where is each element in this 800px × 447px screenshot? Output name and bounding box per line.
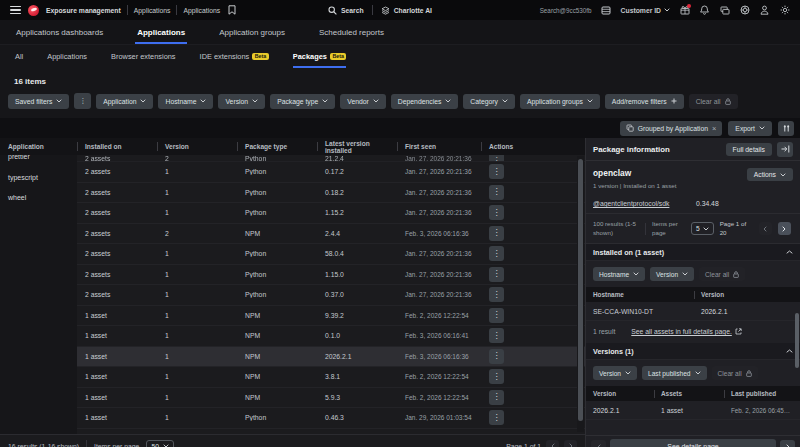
table-row[interactable]: n8n 2 assets 2 NPM 2.4.4 Feb. 3, 2026 06… (0, 224, 585, 245)
global-search[interactable]: Search (328, 6, 364, 15)
clear-all-button[interactable]: Clear all (689, 94, 738, 109)
column-header-hostname[interactable]: Hostname (586, 287, 694, 302)
export-button[interactable]: Export (728, 121, 772, 136)
user-icon[interactable] (759, 5, 770, 16)
installed-on-section-header[interactable]: Installed on (1 asset) (586, 244, 800, 261)
installed-on-link[interactable]: 2 assets (85, 271, 110, 278)
subtab-ide-extensions[interactable]: IDE extensionsBeta (200, 45, 269, 68)
hostname-link[interactable]: SE-CCA-WIN10-DT (593, 308, 653, 315)
subtab-packages[interactable]: PackagesBeta (293, 45, 347, 68)
column-header-last-published[interactable]: Last published (724, 386, 800, 401)
column-header-application[interactable]: Application (0, 138, 77, 155)
installed-on-link[interactable]: 2 assets (85, 189, 110, 196)
versions-clear-all-button[interactable]: Clear all (712, 366, 758, 380)
grouped-by-chip[interactable]: Grouped by Application × (620, 121, 723, 136)
saved-filters-button[interactable]: Saved filters (8, 94, 69, 109)
column-header-first-seen[interactable]: First seen (397, 138, 481, 155)
versions-section-header[interactable]: Versions (1) (586, 343, 800, 360)
row-actions-button[interactable]: ⋮ (489, 185, 504, 200)
row-actions-button[interactable]: ⋮ (489, 226, 504, 241)
gift-icon[interactable] (679, 5, 690, 16)
bell-icon[interactable] (699, 5, 710, 16)
version-link[interactable]: 1 (165, 353, 169, 360)
filter-chip[interactable]: Category (463, 94, 515, 109)
collapse-panel-button[interactable] (777, 142, 793, 157)
table-row[interactable]: wheel 1 asset 1 Python 0.46.3 Jan. 29, 2… (0, 408, 585, 429)
subtab-browser-extensions[interactable]: Browser extensions (111, 45, 176, 68)
see-details-page-button[interactable]: See details page (610, 439, 776, 447)
version-link[interactable]: 1 (165, 209, 169, 216)
tab-application-groups[interactable]: Application groups (217, 20, 287, 44)
version-link[interactable]: 1 (165, 373, 169, 380)
installed-on-link[interactable]: 2 assets (85, 209, 110, 216)
version-link[interactable]: 1 (165, 271, 169, 278)
next-page-button[interactable] (564, 440, 577, 447)
table-row[interactable]: future 2 assets 1 Python 0.18.2 Jan. 27,… (0, 183, 585, 204)
page-size-select[interactable]: 50 (146, 440, 174, 447)
full-details-button[interactable]: Full details (726, 143, 773, 156)
breadcrumb-section[interactable]: Applications (134, 7, 171, 14)
column-header-assets[interactable]: Assets (654, 386, 724, 401)
installed-on-link[interactable]: 1 asset (85, 332, 107, 339)
row-actions-button[interactable]: ⋮ (489, 410, 504, 425)
column-header-version[interactable]: Version (586, 386, 654, 401)
version-link[interactable]: 1 (165, 168, 169, 175)
installed-on-link[interactable]: 2 assets (85, 155, 110, 162)
settings-icon[interactable] (779, 5, 790, 16)
host-icon[interactable] (601, 5, 612, 16)
row-actions-button[interactable]: ⋮ (489, 308, 504, 323)
column-settings-button[interactable] (778, 121, 794, 136)
row-actions-button[interactable]: ⋮ (489, 390, 504, 405)
assets-link[interactable]: 1 asset (661, 407, 683, 414)
subtab-applications[interactable]: Applications (47, 45, 87, 68)
filter-chip[interactable]: Dependencies (391, 94, 458, 109)
table-scrollbar[interactable] (577, 156, 584, 432)
table-row[interactable]: setuptools 2 assets 1 Python 58.0.4 Jan.… (0, 244, 585, 265)
row-actions-button[interactable]: ⋮ (489, 349, 504, 364)
scrollbar-thumb[interactable] (578, 159, 583, 421)
table-row[interactable]: eslint 1 asset 1 NPM 9.39.2 Feb. 2, 2026… (0, 306, 585, 327)
row-actions-button[interactable]: ⋮ (489, 267, 504, 282)
column-header-version[interactable]: Version (157, 138, 237, 155)
bookmark-icon[interactable] (226, 5, 237, 16)
version-link[interactable]: 1 (165, 250, 169, 257)
row-actions-button[interactable]: ⋮ (489, 155, 504, 162)
customer-id-dropdown[interactable]: Customer ID (621, 7, 670, 14)
installed-clear-all-button[interactable]: Clear all (699, 267, 745, 281)
support-icon[interactable] (739, 5, 750, 16)
column-header-package-type[interactable]: Package type (237, 138, 317, 155)
table-row[interactable]: altgraph 2 assets 1 Python 0.17.2 Jan. 2… (0, 162, 585, 183)
close-icon[interactable]: × (712, 124, 716, 133)
package-actions-button[interactable]: Actions (747, 168, 793, 181)
add-remove-filters-button[interactable]: Add/remove filters (605, 94, 684, 109)
dependency-page-size-select[interactable]: 5 (691, 222, 714, 235)
filter-chip[interactable]: Version (218, 94, 265, 109)
version-link[interactable]: 2 (165, 155, 169, 162)
row-actions-button[interactable]: ⋮ (489, 205, 504, 220)
column-header-latest-version[interactable]: Latest version installed (317, 138, 397, 155)
column-header-version[interactable]: Version (694, 287, 800, 302)
table-row[interactable]: six 2 assets 1 Python 1.15.0 Jan. 27, 20… (0, 265, 585, 286)
installed-on-link[interactable]: 1 asset (85, 353, 107, 360)
row-actions-button[interactable]: ⋮ (489, 369, 504, 384)
menu-icon[interactable] (10, 6, 21, 15)
table-row[interactable]: moltbot 1 asset 1 NPM 0.1.0 Feb. 3, 2026… (0, 326, 585, 347)
installed-on-link[interactable]: 2 assets (85, 291, 110, 298)
installed-on-link[interactable]: 1 asset (85, 414, 107, 421)
version-link[interactable]: 1 (165, 332, 169, 339)
tab-applications-dashboards[interactable]: Applications dashboards (14, 20, 105, 44)
panel-previous-button[interactable] (591, 440, 606, 447)
tab-scheduled-reports[interactable]: Scheduled reports (317, 20, 386, 44)
previous-page-button[interactable] (546, 440, 559, 447)
panel-next-button[interactable] (780, 440, 795, 447)
table-row[interactable]: typescript 1 asset 1 NPM 5.9.3 Feb. 2, 2… (0, 388, 585, 409)
filter-chip[interactable]: Application (96, 94, 153, 109)
charlotte-ai-button[interactable]: Charlotte AI (381, 6, 432, 15)
version-link[interactable]: 1 (165, 189, 169, 196)
table-row[interactable]: wheel 2 assets 1 Python 0.37.0 Jan. 27, … (0, 285, 585, 306)
column-header-installed-on[interactable]: Installed on (77, 138, 157, 155)
filter-chip[interactable]: Application groups (520, 94, 600, 109)
version-link[interactable]: 1 (165, 291, 169, 298)
panel-scrollbar-thumb[interactable] (795, 313, 799, 368)
table-row[interactable]: pip 2 assets 2 Python 21.2.4 Jan. 27, 20… (0, 155, 585, 162)
